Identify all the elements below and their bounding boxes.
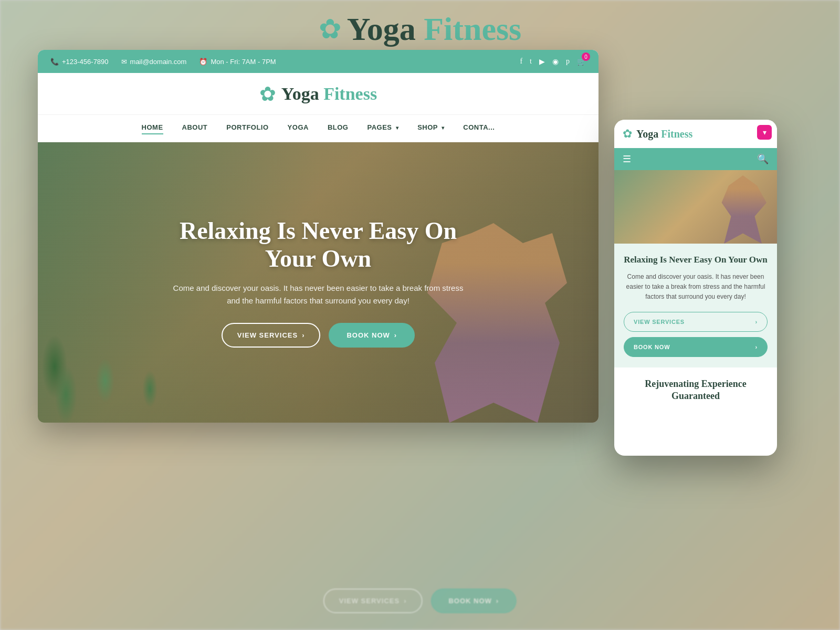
hero-section: Relaxing Is Never Easy On Your Own Come … [38, 142, 598, 423]
mobile-hero-title: Relaxing Is Never Easy On Your Own [624, 254, 768, 266]
pinterest-icon[interactable]: p [566, 57, 570, 66]
bg-logo-icon: ✿ [319, 16, 342, 43]
logo-text: Yoga Fitness [281, 84, 377, 104]
mobile-mockup: ▾ ✿ Yoga Fitness ☰ 🔍 Relaxing Is Never E… [614, 120, 777, 456]
bg-logo-text: Yoga Fitness [347, 10, 521, 48]
nav-item-about[interactable]: ABOUT [182, 123, 208, 133]
mobile-logo-teal: Fitness [661, 128, 692, 140]
logo-text-teal: Fitness [323, 84, 377, 103]
hamburger-icon[interactable]: ☰ [623, 153, 631, 165]
nav-item-yoga[interactable]: YOGA [288, 123, 309, 133]
logo-icon: ✿ [259, 82, 276, 106]
topbar-phone: 📞 +123-456-7890 [50, 58, 109, 66]
bottom-book-now-ghost: BOOK NOW › [430, 589, 517, 613]
mobile-section-title: Rejuvenating Experience Guaranteed [624, 378, 768, 403]
topbar-hours: ⏰ Mon - Fri: 7AM - 7PM [199, 58, 276, 66]
facebook-icon[interactable]: f [520, 57, 522, 66]
nav-item-blog[interactable]: BLOG [328, 123, 349, 133]
mobile-logo-text: Yoga Fitness [636, 128, 692, 140]
chevron-down-icon: ▾ [763, 128, 766, 137]
book-now-label: BOOK NOW [346, 331, 390, 339]
instagram-icon[interactable]: ◉ [552, 57, 559, 66]
bottom-view-label: VIEW SERVICES [339, 597, 400, 605]
mobile-bottom-section: Rejuvenating Experience Guaranteed [614, 368, 777, 413]
mobile-view-services-label: VIEW SERVICES [634, 319, 685, 325]
twitter-icon[interactable]: t [530, 57, 532, 66]
mobile-hero-subtitle: Come and discover your oasis. It has nev… [624, 272, 768, 302]
desktop-bottom-buttons-blurred: VIEW SERVICES › BOOK NOW › [323, 589, 517, 613]
nav-item-home[interactable]: HOME [142, 123, 163, 133]
topbar-email: ✉ mail@domain.com [121, 58, 187, 66]
mobile-search-icon[interactable]: 🔍 [757, 153, 769, 165]
mobile-book-now-button[interactable]: BOOK NOW › [624, 337, 768, 357]
topbar-left: 📞 +123-456-7890 ✉ mail@domain.com ⏰ Mon … [50, 58, 276, 66]
cart-wrapper[interactable]: 🛒 0 [577, 57, 586, 66]
mobile-hero-content: Relaxing Is Never Easy On Your Own Come … [614, 244, 777, 368]
bottom-view-services-ghost: VIEW SERVICES › [323, 589, 423, 613]
background-logo: ✿ Yoga Fitness [319, 10, 521, 48]
cart-badge: 0 [582, 52, 590, 61]
desktop-nav: HOME ABOUT PORTFOLIO YOGA BLOG PAGES ▾ S… [38, 115, 598, 142]
mobile-hero-image [614, 170, 777, 244]
mobile-view-arrow: › [755, 319, 758, 325]
hero-title: Relaxing Is Never Easy On Your Own [171, 217, 465, 273]
bottom-book-label: BOOK NOW [448, 597, 491, 605]
topbar-right: f t ▶ ◉ p 🛒 0 [520, 57, 586, 66]
view-services-label: VIEW SERVICES [237, 331, 298, 339]
topbar: 📞 +123-456-7890 ✉ mail@domain.com ⏰ Mon … [38, 50, 598, 73]
nav-item-pages[interactable]: PAGES ▾ [367, 123, 398, 133]
phone-icon: 📞 [50, 58, 59, 66]
nav-item-shop[interactable]: SHOP ▾ [417, 123, 444, 133]
mobile-header: ✿ Yoga Fitness [614, 120, 777, 148]
book-now-button[interactable]: BOOK NOW › [329, 323, 415, 348]
desktop-mockup: 📞 +123-456-7890 ✉ mail@domain.com ⏰ Mon … [38, 50, 598, 423]
mobile-navbar: ☰ 🔍 [614, 148, 777, 170]
desktop-header: ✿ Yoga Fitness [38, 73, 598, 115]
email-icon: ✉ [121, 58, 127, 66]
view-services-button[interactable]: VIEW SERVICES › [222, 323, 321, 348]
mobile-logo-icon: ✿ [623, 127, 632, 141]
book-now-arrow: › [394, 331, 397, 339]
hero-buttons: VIEW SERVICES › BOOK NOW › [171, 323, 465, 348]
mobile-book-now-label: BOOK NOW [634, 344, 670, 350]
mobile-yoga-person [719, 175, 766, 244]
view-services-arrow: › [302, 331, 304, 339]
hero-subtitle: Come and discover your oasis. It has nev… [171, 282, 465, 307]
mobile-book-arrow: › [755, 344, 758, 350]
youtube-icon[interactable]: ▶ [539, 57, 545, 66]
mobile-close-button[interactable]: ▾ [757, 125, 772, 140]
site-logo[interactable]: ✿ Yoga Fitness [259, 82, 377, 106]
nav-item-portfolio[interactable]: PORTFOLIO [226, 123, 268, 133]
clock-icon: ⏰ [199, 58, 207, 66]
hero-content: Relaxing Is Never Easy On Your Own Come … [161, 207, 476, 359]
mobile-view-services-button[interactable]: VIEW SERVICES › [624, 312, 768, 332]
nav-item-contact[interactable]: CONTA... [463, 123, 495, 133]
